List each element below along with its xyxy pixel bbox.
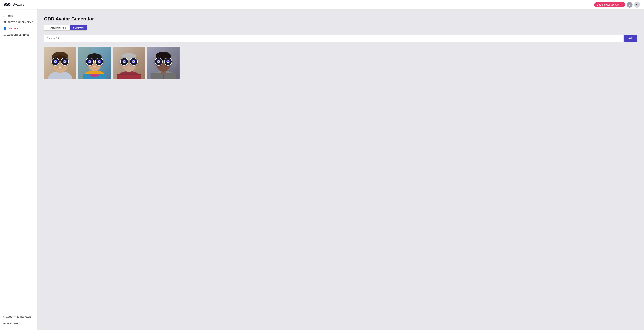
- brand-title: Avatars: [13, 3, 24, 7]
- sidebar-item-disconnect[interactable]: ⬅ Disconnect: [0, 320, 37, 326]
- sidebar-item-disconnect-label: Disconnect: [8, 322, 22, 324]
- odd-eye-inner-left-2: [88, 60, 92, 63]
- odd-eye-inner-right-3: [132, 60, 135, 63]
- sidebar-bottom: ℹ About This Template ⬅ Disconnect: [0, 312, 37, 326]
- gear-icon: ⚙: [636, 3, 638, 6]
- shield-icon: 🛡: [620, 4, 622, 6]
- account-icon: ☰: [4, 34, 6, 37]
- sidebar-nav: ⌂ Home 🖼 Photo Gallery Demo 👤 Avatars ☰ …: [0, 13, 37, 312]
- sidebar-item-home-label: Home: [7, 15, 13, 17]
- svg-point-20: [90, 74, 100, 77]
- avatar-grid: [44, 47, 637, 79]
- page-title: ODD Avatar Generator: [44, 16, 637, 22]
- svg-point-5: [8, 4, 9, 5]
- odd-eye-right-1: [61, 58, 69, 66]
- add-button[interactable]: Add: [624, 35, 637, 42]
- odd-eyes-overlay-2: [86, 58, 103, 66]
- navbar: Avatars Backup your account 🛡 B ⚙: [0, 0, 644, 10]
- home-icon: ⌂: [4, 15, 5, 18]
- odd-eye-pupil-right-4: [168, 61, 169, 62]
- odd-eye-left-1: [51, 58, 60, 66]
- odd-eyes-overlay-4: [154, 58, 172, 66]
- odd-eye-left-4: [154, 58, 163, 66]
- sidebar-item-account-label: Account Settings: [8, 34, 30, 36]
- odd-eyes-overlay-3: [120, 58, 138, 66]
- odd-eye-inner-left-1: [54, 60, 57, 63]
- odd-eye-inner-left-4: [157, 60, 160, 63]
- user-avatar-button[interactable]: B: [627, 2, 632, 8]
- odd-eye-left-3: [120, 58, 128, 66]
- avatar-card[interactable]: [113, 47, 145, 79]
- odd-eye-pupil-right-1: [64, 61, 66, 62]
- odd-eyes-overlay-1: [51, 58, 69, 66]
- avatar-icon: 👤: [4, 27, 7, 30]
- odd-eye-inner-right-4: [166, 60, 170, 63]
- odd-eye-inner-right-1: [63, 60, 66, 63]
- sidebar-item-avatars[interactable]: 👤 Avatars: [0, 25, 37, 32]
- odd-eye-pupil-left-3: [124, 61, 125, 62]
- sidebar-item-photo-label: Photo Gallery Demo: [8, 21, 33, 24]
- app-layout: ⌂ Home 🖼 Photo Gallery Demo 👤 Avatars ☰ …: [0, 10, 644, 330]
- settings-button[interactable]: ⚙: [634, 2, 640, 8]
- cid-input-row: Add: [44, 35, 637, 42]
- odd-eye-pupil-right-2: [98, 61, 100, 62]
- brand-logo-icon: [4, 2, 12, 7]
- main-content: ODD Avatar Generator Transmogrify Summon…: [37, 10, 644, 330]
- avatar-card[interactable]: [78, 47, 111, 79]
- odd-eye-right-3: [130, 58, 138, 66]
- odd-eye-inner-right-2: [98, 60, 101, 63]
- navbar-right: Backup your account 🛡 B ⚙: [594, 2, 640, 8]
- svg-rect-40: [163, 73, 164, 79]
- svg-rect-30: [117, 76, 141, 76]
- tab-summon[interactable]: Summon: [70, 25, 87, 31]
- svg-rect-28: [117, 74, 141, 79]
- user-initial: B: [629, 4, 630, 6]
- backup-label: Backup your account: [597, 4, 619, 6]
- tabs: Transmogrify Summon: [44, 25, 87, 31]
- sidebar-item-about[interactable]: ℹ About This Template: [0, 314, 37, 320]
- sidebar-item-photo-gallery[interactable]: 🖼 Photo Gallery Demo: [0, 19, 37, 25]
- odd-eye-right-4: [164, 58, 172, 66]
- sidebar-item-home[interactable]: ⌂ Home: [0, 13, 37, 19]
- disconnect-icon: ⬅: [4, 322, 6, 325]
- sidebar-item-about-label: About This Template: [6, 316, 32, 318]
- odd-eye-right-2: [95, 58, 103, 66]
- odd-eye-pupil-left-4: [158, 61, 159, 62]
- odd-eye-pupil-left-1: [55, 61, 56, 62]
- sidebar-item-account-settings[interactable]: ☰ Account Settings: [0, 32, 37, 38]
- avatar-card[interactable]: [44, 47, 76, 79]
- sidebar: ⌂ Home 🖼 Photo Gallery Demo 👤 Avatars ☰ …: [0, 10, 37, 330]
- sidebar-item-avatars-label: Avatars: [8, 27, 18, 30]
- tab-transmogrify[interactable]: Transmogrify: [44, 25, 70, 31]
- odd-eye-left-2: [86, 58, 94, 66]
- brand: Avatars: [4, 2, 24, 7]
- odd-eye-pupil-left-2: [89, 61, 90, 62]
- cid-input[interactable]: [44, 35, 623, 42]
- photo-icon: 🖼: [4, 21, 6, 24]
- avatar-card[interactable]: [147, 47, 180, 79]
- info-icon: ℹ: [4, 315, 4, 318]
- odd-eye-pupil-right-3: [133, 61, 134, 62]
- odd-eye-inner-left-3: [122, 60, 126, 63]
- backup-account-button[interactable]: Backup your account 🛡: [594, 2, 625, 7]
- svg-rect-29: [117, 74, 141, 75]
- svg-point-4: [5, 4, 6, 5]
